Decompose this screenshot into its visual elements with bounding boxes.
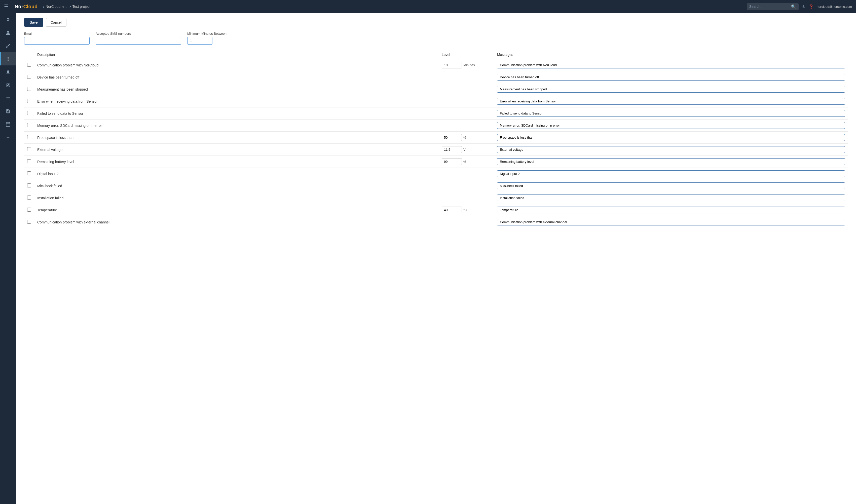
content-area: Save Cancel Email Accepted SMS numbers M… xyxy=(16,13,856,504)
level-input-7[interactable] xyxy=(442,134,462,141)
message-input-10[interactable] xyxy=(497,170,845,177)
breadcrumb-project[interactable]: NorCloud te... xyxy=(46,4,67,8)
sidebar: ⚙ ! + xyxy=(0,13,16,504)
level-cell-13: °C xyxy=(439,204,494,216)
checkbox-row-8[interactable] xyxy=(27,147,31,151)
message-input-12[interactable] xyxy=(497,195,845,201)
level-input-8[interactable] xyxy=(442,146,462,153)
sidebar-item-bell[interactable] xyxy=(0,66,16,78)
description-cell-2: Device has been turned off xyxy=(34,71,439,83)
level-unit-7: % xyxy=(463,136,466,139)
message-input-11[interactable] xyxy=(497,182,845,189)
description-cell-6: Memory error, SDCard missing or in error xyxy=(34,120,439,131)
message-input-4[interactable] xyxy=(497,98,845,105)
description-cell-12: Installation failed xyxy=(34,192,439,204)
search-input[interactable] xyxy=(749,4,789,8)
message-input-9[interactable] xyxy=(497,158,845,165)
level-input-13[interactable] xyxy=(442,206,462,213)
checkbox-row-2[interactable] xyxy=(27,75,31,79)
checkbox-row-10[interactable] xyxy=(27,172,31,175)
messages-cell-8 xyxy=(494,144,848,156)
sidebar-item-compass[interactable] xyxy=(0,78,16,92)
table-header: Description Level Messages xyxy=(24,51,848,59)
table-row: Error when receiving data from Sensor xyxy=(24,95,848,107)
cancel-button[interactable]: Cancel xyxy=(46,18,67,27)
min-field-group: Minimum Minutes Between xyxy=(187,32,227,44)
message-input-7[interactable] xyxy=(497,134,845,141)
message-input-8[interactable] xyxy=(497,146,845,153)
level-unit-9: % xyxy=(463,160,466,164)
menu-icon[interactable]: ☰ xyxy=(4,3,8,10)
description-cell-5: Failed to send data to Sensor xyxy=(34,107,439,120)
messages-cell-11 xyxy=(494,180,848,192)
level-input-1[interactable] xyxy=(442,62,462,69)
message-input-5[interactable] xyxy=(497,110,845,117)
sidebar-item-file[interactable] xyxy=(0,105,16,118)
table-row: Free space is less than% xyxy=(24,131,848,144)
email-input[interactable] xyxy=(24,37,90,44)
table-row: Memory error, SDCard missing or in error xyxy=(24,120,848,131)
col-description-header: Description xyxy=(34,51,439,59)
warning-icon[interactable]: ⚠ xyxy=(802,4,805,9)
email-field-group: Email xyxy=(24,32,90,44)
table-row: Digital input 2 xyxy=(24,168,848,180)
message-input-2[interactable] xyxy=(497,74,845,80)
topbar: ☰ NorCloud ‹ NorCloud te... > Test proje… xyxy=(0,0,856,13)
sidebar-item-calendar[interactable] xyxy=(0,118,16,131)
sms-label: Accepted SMS numbers xyxy=(96,32,181,35)
table-row: Communication problem with NorCloudMinut… xyxy=(24,59,848,71)
checkbox-row-14[interactable] xyxy=(27,220,31,224)
messages-cell-5 xyxy=(494,107,848,120)
description-cell-8: External voltage xyxy=(34,144,439,156)
messages-cell-6 xyxy=(494,120,848,131)
checkbox-row-5[interactable] xyxy=(27,111,31,115)
toolbar: Save Cancel xyxy=(24,18,848,27)
search-bar: 🔍 xyxy=(747,3,799,10)
logo: NorCloud xyxy=(15,4,37,10)
sidebar-item-alerts[interactable]: ! xyxy=(0,52,16,66)
message-input-14[interactable] xyxy=(497,219,845,226)
checkbox-row-7[interactable] xyxy=(27,135,31,139)
checkbox-row-11[interactable] xyxy=(27,183,31,187)
alerts-table: Description Level Messages Communication… xyxy=(24,51,848,228)
message-input-3[interactable] xyxy=(497,86,845,93)
sidebar-item-settings[interactable]: ⚙ xyxy=(0,13,16,26)
min-input[interactable] xyxy=(187,37,212,44)
table: Description Level Messages Communication… xyxy=(24,51,848,228)
user-email[interactable]: norcloud@norsonic.com xyxy=(817,5,852,8)
search-icon[interactable]: 🔍 xyxy=(791,4,796,9)
description-cell-13: Temperature xyxy=(34,204,439,216)
sidebar-item-tools[interactable] xyxy=(0,39,16,52)
description-cell-14: Communication problem with external chan… xyxy=(34,216,439,228)
logo-cloud: Cloud xyxy=(23,4,37,9)
level-input-9[interactable] xyxy=(442,158,462,165)
messages-cell-14 xyxy=(494,216,848,228)
checkbox-row-1[interactable] xyxy=(27,62,31,67)
level-cell-9: % xyxy=(439,156,494,168)
checkbox-row-4[interactable] xyxy=(27,99,31,103)
checkbox-row-9[interactable] xyxy=(27,159,31,163)
sidebar-item-user[interactable] xyxy=(0,26,16,39)
sms-input[interactable] xyxy=(96,37,181,44)
help-icon[interactable]: ❓ xyxy=(809,4,814,9)
sidebar-item-add[interactable]: + xyxy=(0,131,16,144)
table-row: MicCheck failed xyxy=(24,180,848,192)
description-cell-1: Communication problem with NorCloud xyxy=(34,59,439,71)
checkbox-row-13[interactable] xyxy=(27,208,31,212)
checkbox-row-12[interactable] xyxy=(27,196,31,200)
col-level-header: Level xyxy=(439,51,494,59)
table-row: Installation failed xyxy=(24,192,848,204)
messages-cell-12 xyxy=(494,192,848,204)
message-input-6[interactable] xyxy=(497,122,845,129)
sidebar-item-list[interactable] xyxy=(0,92,16,105)
message-input-1[interactable] xyxy=(497,62,845,69)
checkbox-row-6[interactable] xyxy=(27,123,31,127)
checkbox-row-3[interactable] xyxy=(27,87,31,91)
messages-cell-1 xyxy=(494,59,848,71)
level-unit-8: V xyxy=(463,148,466,151)
breadcrumb-page: Test project xyxy=(72,4,91,8)
level-cell-8: V xyxy=(439,144,494,156)
back-arrow-icon[interactable]: ‹ xyxy=(42,4,44,9)
message-input-13[interactable] xyxy=(497,206,845,213)
save-button[interactable]: Save xyxy=(24,18,43,27)
